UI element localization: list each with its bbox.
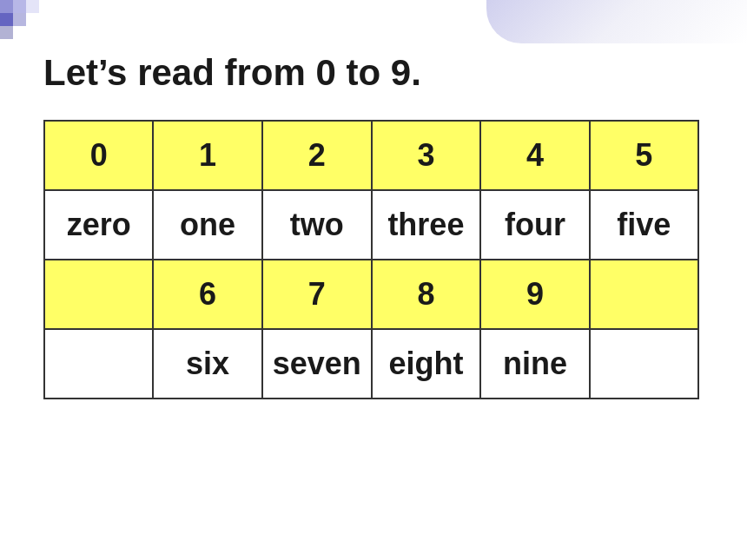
table-cell: zero	[44, 190, 153, 260]
table-row: zeroonetwothreefourfive	[44, 190, 698, 260]
table-row: 012345	[44, 121, 698, 190]
table-cell: six	[153, 329, 261, 399]
table-cell: 3	[372, 121, 481, 190]
table-cell: 8	[372, 260, 481, 329]
number-table: 012345zeroonetwothreefourfive6789sixseve…	[43, 120, 699, 399]
table-cell: three	[372, 190, 481, 260]
table-cell: seven	[262, 329, 372, 399]
table-cell: 9	[480, 260, 589, 329]
table-cell	[44, 329, 153, 399]
table-cell: 6	[153, 260, 261, 329]
table-cell: 4	[480, 121, 589, 190]
page-title: Let’s read from 0 to 9.	[43, 52, 704, 94]
table-cell	[590, 329, 698, 399]
table-cell: 0	[44, 121, 153, 190]
table-cell: 2	[262, 121, 372, 190]
table-row: sixseveneightnine	[44, 329, 698, 399]
main-content: Let’s read from 0 to 9. 012345zeroonetwo…	[0, 0, 747, 425]
table-cell: 7	[262, 260, 372, 329]
table-cell	[44, 260, 153, 329]
table-cell: 5	[590, 121, 698, 190]
table-cell: nine	[480, 329, 589, 399]
table-cell: five	[590, 190, 698, 260]
table-cell: 1	[153, 121, 261, 190]
table-cell: four	[480, 190, 589, 260]
table-cell: eight	[372, 329, 481, 399]
table-row: 6789	[44, 260, 698, 329]
table-cell: two	[262, 190, 372, 260]
table-cell	[590, 260, 698, 329]
table-cell: one	[153, 190, 261, 260]
